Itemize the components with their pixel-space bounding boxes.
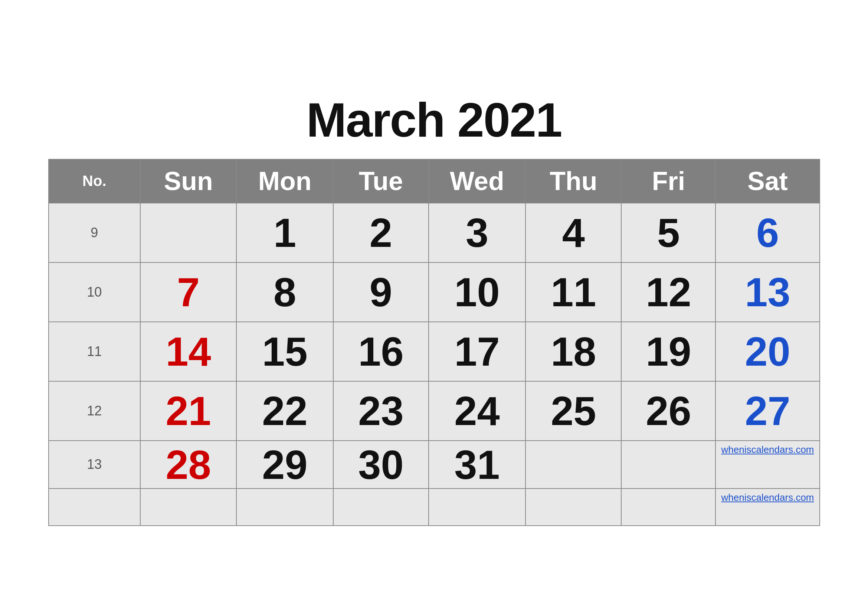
table-row: 9: [333, 262, 429, 322]
empty-cell-bottom: [621, 488, 716, 526]
calendar-title: March 2021: [48, 92, 820, 148]
day-number: 9: [333, 263, 428, 321]
table-row: 6: [716, 203, 819, 262]
table-row: 17: [429, 322, 525, 381]
day-number: 22: [237, 381, 333, 440]
header-tue: Tue: [333, 159, 429, 203]
day-number: 29: [237, 441, 333, 488]
table-row: 19: [621, 322, 716, 381]
table-row: 3: [429, 203, 525, 262]
empty-cell-bottom: [333, 488, 429, 526]
empty-row: wheniscalendars.com: [49, 488, 820, 526]
day-number: 5: [622, 203, 715, 262]
table-row: 21: [140, 381, 236, 440]
table-row: 5: [621, 203, 716, 262]
day-number: 13: [716, 263, 819, 321]
empty-cell-bottom: [525, 488, 621, 526]
table-row: 22: [236, 381, 333, 440]
table-row: 1: [236, 203, 333, 262]
table-row: 25: [525, 381, 621, 440]
empty-cell-bottom: [236, 488, 333, 526]
week-row: 1078910111213: [49, 262, 820, 322]
week-number: 11: [49, 322, 141, 381]
day-number: 27: [716, 381, 819, 440]
no-header: No.: [49, 159, 141, 203]
week-row: 1114151617181920: [49, 322, 820, 381]
day-number: 6: [716, 203, 819, 262]
table-row: 27: [716, 381, 819, 440]
table-row: 8: [236, 262, 333, 322]
table-row: 31: [429, 440, 525, 488]
day-number: 24: [429, 381, 525, 440]
table-row: 7: [140, 262, 236, 322]
day-number: 4: [526, 203, 621, 262]
day-number: 8: [237, 263, 333, 321]
empty-cell-bottom: [429, 488, 525, 526]
table-row: wheniscalendars.com: [716, 440, 819, 488]
week-number: 12: [49, 381, 141, 440]
day-number: 11: [526, 263, 621, 321]
table-row: 13: [716, 262, 819, 322]
table-row: 26: [621, 381, 716, 440]
week-number: 9: [49, 203, 141, 262]
table-row: [525, 440, 621, 488]
day-number: 16: [333, 322, 428, 381]
empty-cell-bottom: wheniscalendars.com: [716, 488, 819, 526]
calendar-table: No. Sun Mon Tue Wed Thu Fri Sat 91234561…: [48, 159, 820, 526]
table-row: 15: [236, 322, 333, 381]
table-row: 14: [140, 322, 236, 381]
day-number: 12: [622, 263, 715, 321]
table-row: 23: [333, 381, 429, 440]
day-number: 30: [333, 441, 428, 488]
calendar-container: March 2021 No. Sun Mon Tue Wed Thu Fri S…: [26, 77, 842, 537]
table-row: 29: [236, 440, 333, 488]
watermark-link[interactable]: wheniscalendars.com: [721, 492, 814, 503]
day-number: 28: [141, 441, 236, 488]
day-number: 25: [526, 381, 621, 440]
header-fri: Fri: [621, 159, 716, 203]
table-row: 24: [429, 381, 525, 440]
week-row: 1328293031wheniscalendars.com: [49, 440, 820, 488]
day-number: 20: [716, 322, 819, 381]
header-sun: Sun: [140, 159, 236, 203]
header-thu: Thu: [525, 159, 621, 203]
day-number: 14: [141, 322, 236, 381]
header-wed: Wed: [429, 159, 525, 203]
header-sat: Sat: [716, 159, 819, 203]
day-number: 17: [429, 322, 525, 381]
day-number: 7: [141, 263, 236, 321]
table-row: 4: [525, 203, 621, 262]
watermark-link[interactable]: wheniscalendars.com: [721, 444, 814, 455]
table-row: 2: [333, 203, 429, 262]
day-number: 2: [333, 203, 428, 262]
table-row: 18: [525, 322, 621, 381]
table-row: 28: [140, 440, 236, 488]
week-number: 10: [49, 262, 141, 322]
table-row: 12: [621, 262, 716, 322]
day-number: 23: [333, 381, 428, 440]
day-number: 18: [526, 322, 621, 381]
table-row: 10: [429, 262, 525, 322]
header-mon: Mon: [236, 159, 333, 203]
table-row: [621, 440, 716, 488]
week-row: 9123456: [49, 203, 820, 262]
day-number: 10: [429, 263, 525, 321]
week-number-empty: [49, 488, 141, 526]
day-number: 1: [237, 203, 333, 262]
week-number: 13: [49, 440, 141, 488]
table-row: 16: [333, 322, 429, 381]
empty-cell-bottom: [140, 488, 236, 526]
day-number: 15: [237, 322, 333, 381]
day-number: 31: [429, 441, 525, 488]
table-row: [140, 203, 236, 262]
week-row: 1221222324252627: [49, 381, 820, 440]
day-number: 19: [622, 322, 715, 381]
table-row: 20: [716, 322, 819, 381]
day-number: 21: [141, 381, 236, 440]
day-number: 26: [622, 381, 715, 440]
table-row: 11: [525, 262, 621, 322]
header-row: No. Sun Mon Tue Wed Thu Fri Sat: [49, 159, 820, 203]
day-number: 3: [429, 203, 525, 262]
table-row: 30: [333, 440, 429, 488]
